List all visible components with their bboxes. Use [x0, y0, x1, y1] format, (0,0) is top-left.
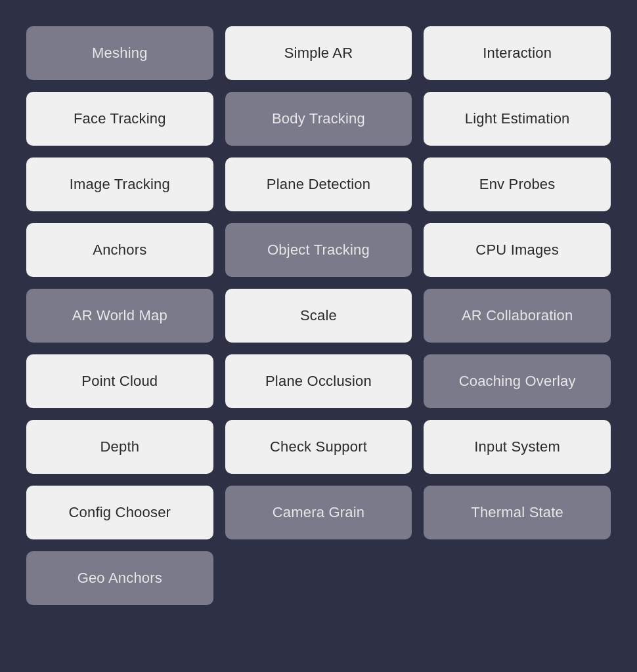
nav-button-plane-detection[interactable]: Plane Detection — [225, 158, 412, 211]
nav-button-plane-occlusion[interactable]: Plane Occlusion — [225, 354, 412, 408]
nav-button-coaching-overlay[interactable]: Coaching Overlay — [424, 354, 611, 408]
button-grid: MeshingSimple ARInteractionFace Tracking… — [13, 13, 624, 618]
nav-button-env-probes[interactable]: Env Probes — [424, 158, 611, 211]
nav-button-meshing[interactable]: Meshing — [26, 26, 213, 80]
nav-button-simple-ar[interactable]: Simple AR — [225, 26, 412, 80]
nav-button-depth[interactable]: Depth — [26, 420, 213, 474]
nav-button-anchors[interactable]: Anchors — [26, 223, 213, 277]
nav-button-body-tracking[interactable]: Body Tracking — [225, 92, 412, 146]
nav-button-config-chooser[interactable]: Config Chooser — [26, 486, 213, 539]
nav-button-image-tracking[interactable]: Image Tracking — [26, 158, 213, 211]
nav-button-object-tracking[interactable]: Object Tracking — [225, 223, 412, 277]
nav-button-scale[interactable]: Scale — [225, 289, 412, 343]
nav-button-thermal-state[interactable]: Thermal State — [424, 486, 611, 539]
nav-button-ar-world-map[interactable]: AR World Map — [26, 289, 213, 343]
nav-button-point-cloud[interactable]: Point Cloud — [26, 354, 213, 408]
nav-button-face-tracking[interactable]: Face Tracking — [26, 92, 213, 146]
nav-button-geo-anchors[interactable]: Geo Anchors — [26, 551, 213, 605]
nav-button-interaction[interactable]: Interaction — [424, 26, 611, 80]
nav-button-light-estimation[interactable]: Light Estimation — [424, 92, 611, 146]
nav-button-cpu-images[interactable]: CPU Images — [424, 223, 611, 277]
nav-button-camera-grain[interactable]: Camera Grain — [225, 486, 412, 539]
nav-button-input-system[interactable]: Input System — [424, 420, 611, 474]
nav-button-check-support[interactable]: Check Support — [225, 420, 412, 474]
nav-button-ar-collaboration[interactable]: AR Collaboration — [424, 289, 611, 343]
